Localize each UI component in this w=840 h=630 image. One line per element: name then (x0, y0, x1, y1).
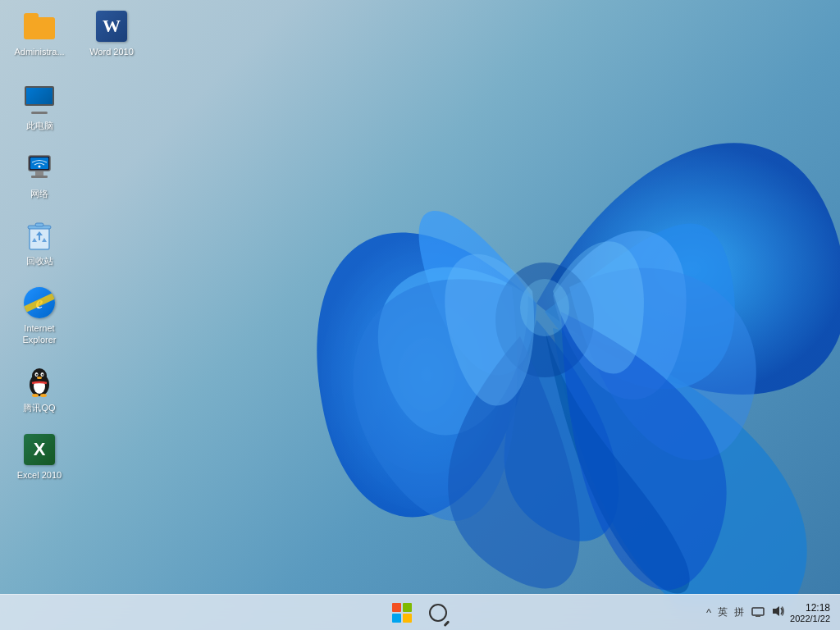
svg-point-16 (42, 373, 43, 375)
this-pc-icon[interactable]: 此电脑 (7, 80, 72, 135)
svg-point-17 (37, 377, 42, 379)
taskbar-center (386, 596, 454, 629)
ie-label: Internet Explorer (10, 322, 69, 346)
recycle-image (23, 219, 56, 252)
network-image (23, 152, 56, 185)
svg-rect-21 (756, 615, 760, 617)
svg-rect-5 (31, 176, 48, 178)
wallpaper (225, 0, 840, 607)
excel-image: X (23, 433, 56, 466)
monitor-screen-inner (26, 88, 52, 104)
clock-time: 12:18 (806, 602, 830, 614)
svg-point-19 (40, 394, 47, 397)
recycle-svg (25, 220, 53, 251)
icon-row-top: Administra... W Word 2010 (7, 7, 144, 61)
internet-explorer-icon[interactable]: e Internet Explorer (7, 283, 72, 349)
excel-letter: X (34, 439, 46, 460)
search-icon (429, 604, 447, 622)
svg-point-18 (32, 394, 39, 397)
tray-network-icon[interactable] (751, 605, 765, 619)
svg-point-1 (520, 279, 569, 336)
this-pc-label: 此电脑 (26, 120, 53, 131)
excel-shape: X (24, 434, 55, 465)
volume-svg-icon (772, 605, 785, 617)
taskbar: ^ 英 拼 (0, 594, 840, 630)
system-tray: ^ 英 拼 (706, 605, 785, 619)
tray-chevron[interactable]: ^ (706, 606, 711, 619)
win-quad-yellow (403, 614, 412, 623)
recycle-bin-icon[interactable]: 回收站 (7, 216, 72, 270)
excel-2010-icon[interactable]: X Excel 2010 (7, 430, 72, 484)
svg-point-12 (32, 368, 47, 383)
search-button[interactable] (422, 596, 454, 629)
network-icon[interactable]: 网络 (7, 148, 72, 203)
qq-label: 腾讯QQ (23, 402, 55, 413)
tray-lang-zh[interactable]: 拼 (734, 605, 744, 619)
ie-shape: e (24, 287, 55, 318)
administrator-folder-icon[interactable]: Administra... (7, 7, 72, 61)
word-shape: W (96, 11, 127, 42)
desktop: Administra... W Word 2010 此电脑 (0, 0, 840, 630)
qq-svg (24, 367, 55, 398)
svg-marker-23 (773, 606, 779, 616)
win-quad-blue (392, 614, 401, 623)
monitor-image (23, 84, 56, 116)
svg-rect-20 (752, 608, 764, 615)
monitor-shape (24, 86, 55, 114)
ie-image: e (23, 286, 56, 319)
svg-point-6 (39, 165, 41, 167)
network-svg (24, 154, 55, 182)
administrator-folder-label: Administra... (14, 46, 64, 57)
svg-point-15 (36, 373, 38, 375)
win-quad-red (392, 603, 401, 612)
svg-rect-9 (35, 223, 43, 226)
excel-label: Excel 2010 (17, 469, 62, 481)
folder-shape (24, 13, 55, 39)
clock-date: 2022/1/22 (790, 614, 830, 623)
monitor-screen (25, 86, 54, 106)
word-image: W (95, 10, 128, 43)
start-button[interactable] (386, 596, 418, 629)
win-quad-green (403, 603, 412, 612)
svg-rect-4 (35, 171, 43, 176)
qq-image (23, 366, 56, 399)
volume-icon[interactable] (772, 605, 785, 619)
word-2010-icon[interactable]: W Word 2010 (79, 7, 144, 61)
taskbar-right: ^ 英 拼 (706, 602, 840, 623)
windows-logo-icon (392, 603, 412, 623)
qq-icon[interactable]: 腾讯QQ (7, 363, 72, 417)
monitor-base (31, 112, 48, 114)
network-tray-icon (751, 605, 765, 617)
folder-image (23, 10, 56, 43)
tray-lang-en[interactable]: 英 (718, 605, 728, 619)
clock-area[interactable]: 12:18 2022/1/22 (790, 602, 830, 623)
recycle-bin-label: 回收站 (26, 255, 53, 267)
network-label: 网络 (30, 188, 48, 199)
desktop-icons-container: Administra... W Word 2010 此电脑 (7, 7, 144, 484)
word-2010-label: Word 2010 (89, 46, 134, 57)
